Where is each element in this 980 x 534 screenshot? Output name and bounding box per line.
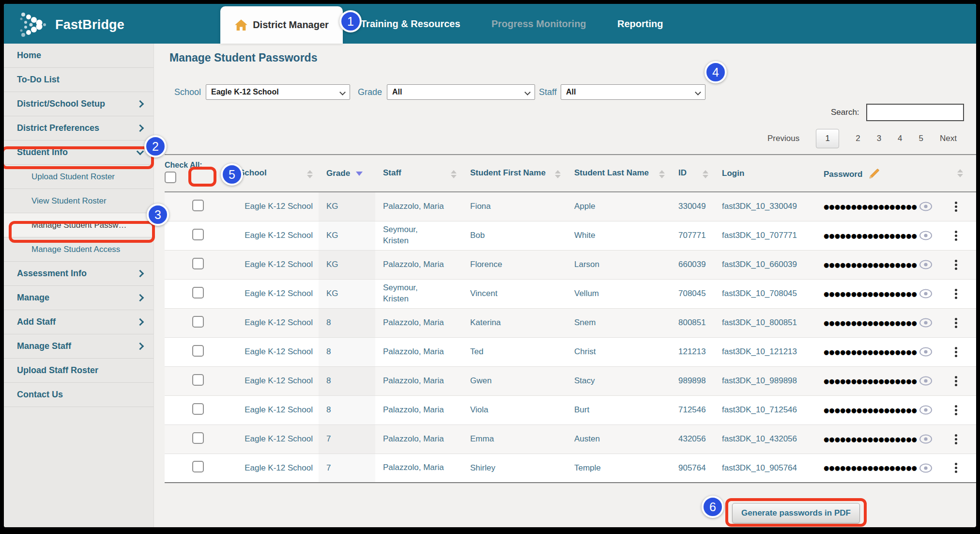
check-all-checkbox[interactable] bbox=[165, 172, 176, 183]
grade-filter-select[interactable]: All bbox=[387, 84, 535, 100]
row-checkbox[interactable] bbox=[192, 374, 204, 386]
sidebar-item-manage-staff[interactable]: Manage Staff bbox=[4, 334, 153, 359]
show-password-eye-icon[interactable] bbox=[919, 346, 933, 357]
school-filter-label: School bbox=[174, 87, 201, 97]
masked-password: ●●●●●●●●●●●●●●●●● bbox=[824, 203, 917, 210]
row-checkbox[interactable] bbox=[192, 258, 204, 269]
cell-login: fast3DK_10_905764 bbox=[714, 454, 816, 483]
cell-id: 989898 bbox=[671, 366, 714, 395]
cell-student-last-name: Apple bbox=[567, 192, 671, 221]
table-row: Eagle K-12 SchoolKGPalazzolo, MariaFlore… bbox=[165, 250, 976, 279]
sidebar-item-assessment-info[interactable]: Assessment Info bbox=[4, 262, 153, 286]
sidebar-item-upload-student-roster[interactable]: Upload Student Roster bbox=[4, 165, 153, 189]
row-checkbox[interactable] bbox=[192, 345, 204, 357]
show-password-eye-icon[interactable] bbox=[919, 201, 933, 212]
kebab-menu-icon[interactable] bbox=[951, 289, 961, 299]
show-password-eye-icon[interactable] bbox=[919, 288, 933, 299]
sidebar-item-contact-us[interactable]: Contact Us bbox=[4, 383, 153, 407]
show-password-eye-icon[interactable] bbox=[919, 376, 933, 386]
kebab-menu-icon[interactable] bbox=[951, 231, 961, 241]
show-password-eye-icon[interactable] bbox=[919, 463, 933, 473]
fastbridge-dots-logo-icon bbox=[19, 11, 49, 39]
check-all-label: Check All: bbox=[165, 161, 231, 170]
cell-student-last-name: Temple bbox=[567, 454, 671, 483]
row-checkbox[interactable] bbox=[192, 461, 204, 472]
school-filter-select[interactable]: Eagle K-12 School bbox=[206, 84, 350, 100]
show-password-eye-icon[interactable] bbox=[919, 230, 933, 241]
sidebar-item-manage[interactable]: Manage bbox=[4, 286, 153, 310]
pagination-page-1[interactable]: 1 bbox=[816, 129, 839, 148]
sidebar-item-district-school-setup[interactable]: District/School Setup bbox=[4, 92, 153, 116]
search-input[interactable] bbox=[866, 104, 964, 121]
column-header-student-last-name[interactable]: Student Last Name bbox=[567, 155, 671, 192]
annotation-badge-5: 5 bbox=[221, 163, 243, 186]
chevron-down-icon bbox=[339, 89, 346, 95]
pagination-page-2[interactable]: 2 bbox=[856, 134, 860, 143]
column-header-password[interactable]: Password bbox=[816, 155, 936, 192]
show-password-eye-icon[interactable] bbox=[919, 434, 933, 444]
sidebar-item-add-staff[interactable]: Add Staff bbox=[4, 310, 153, 334]
generate-passwords-pdf-button[interactable]: Generate passwords in PDF bbox=[732, 503, 860, 523]
table-row: Eagle K-12 School7Palazzolo, MariaShirle… bbox=[165, 454, 976, 483]
chevron-right-icon bbox=[137, 270, 144, 278]
row-checkbox[interactable] bbox=[192, 287, 204, 298]
tab-training-resources[interactable]: Training & Resources bbox=[361, 4, 460, 44]
sidebar-item-manage-student-access[interactable]: Manage Student Access bbox=[4, 237, 153, 262]
column-header-login[interactable]: Login bbox=[714, 155, 816, 192]
cell-staff: Palazzolo, Maria bbox=[375, 424, 462, 454]
column-header-school[interactable]: School bbox=[231, 155, 319, 192]
kebab-menu-icon[interactable] bbox=[951, 463, 961, 473]
kebab-menu-icon[interactable] bbox=[951, 347, 961, 357]
cell-student-first-name: Florence bbox=[462, 250, 567, 279]
pagination-previous[interactable]: Previous bbox=[767, 134, 799, 143]
column-header-actions[interactable] bbox=[936, 155, 976, 192]
kebab-menu-icon[interactable] bbox=[951, 318, 961, 328]
row-checkbox[interactable] bbox=[192, 403, 204, 415]
column-header-grade[interactable]: Grade bbox=[319, 155, 375, 192]
row-checkbox[interactable] bbox=[192, 316, 204, 328]
column-header-student-first-name[interactable]: Student First Name bbox=[462, 155, 567, 192]
cell-staff: Palazzolo, Maria bbox=[375, 192, 462, 221]
masked-password: ●●●●●●●●●●●●●●●●● bbox=[824, 464, 917, 471]
row-checkbox[interactable] bbox=[192, 229, 204, 240]
sidebar-item-view-student-roster[interactable]: View Student Roster bbox=[4, 189, 153, 213]
sidebar-item-manage-student-passwords[interactable]: Manage Student Passw… bbox=[4, 213, 153, 237]
kebab-menu-icon[interactable] bbox=[951, 405, 961, 415]
kebab-menu-icon[interactable] bbox=[951, 434, 961, 444]
sidebar-item-todo-list[interactable]: To-Do List bbox=[4, 68, 153, 92]
chevron-right-icon bbox=[137, 343, 144, 350]
show-password-eye-icon[interactable] bbox=[919, 405, 933, 415]
tab-district-manager[interactable]: District Manager bbox=[220, 6, 343, 44]
tab-reporting[interactable]: Reporting bbox=[617, 4, 663, 44]
cell-login: fast3DK_10_707771 bbox=[714, 221, 816, 250]
cell-id: 708045 bbox=[671, 279, 714, 308]
staff-filter-select[interactable]: All bbox=[561, 84, 705, 100]
kebab-menu-icon[interactable] bbox=[951, 202, 961, 212]
cell-student-first-name: Bob bbox=[462, 221, 567, 250]
pagination-page-4[interactable]: 4 bbox=[898, 134, 902, 143]
sidebar-item-upload-staff-roster[interactable]: Upload Staff Roster bbox=[4, 359, 153, 383]
pagination-next[interactable]: Next bbox=[940, 134, 957, 143]
sidebar-item-home[interactable]: Home bbox=[4, 44, 153, 68]
top-navigation-bar: FastBridge District Manager Training & R… bbox=[4, 4, 976, 44]
cell-login: fast3DK_10_989898 bbox=[714, 366, 816, 395]
cell-staff: Seymour, Kristen bbox=[375, 221, 462, 250]
sort-icon bbox=[957, 169, 963, 177]
row-checkbox[interactable] bbox=[192, 200, 204, 211]
sidebar-item-student-info[interactable]: Student Info bbox=[4, 141, 153, 165]
kebab-menu-icon[interactable] bbox=[951, 260, 961, 270]
annotation-badge-3: 3 bbox=[147, 204, 169, 226]
column-header-id[interactable]: ID bbox=[671, 155, 714, 192]
kebab-menu-icon[interactable] bbox=[951, 376, 961, 386]
cell-school: Eagle K-12 School bbox=[231, 221, 319, 250]
show-password-eye-icon[interactable] bbox=[919, 259, 933, 270]
pagination-page-3[interactable]: 3 bbox=[877, 134, 881, 143]
pencil-icon[interactable] bbox=[869, 168, 880, 179]
row-checkbox[interactable] bbox=[192, 432, 204, 444]
pagination-page-5[interactable]: 5 bbox=[919, 134, 923, 143]
tab-progress-monitoring: Progress Monitoring bbox=[491, 4, 586, 44]
sidebar-item-district-preferences[interactable]: District Preferences bbox=[4, 116, 153, 141]
chevron-down-icon bbox=[137, 148, 144, 156]
column-header-staff[interactable]: Staff bbox=[375, 155, 462, 192]
show-password-eye-icon[interactable] bbox=[919, 317, 933, 328]
